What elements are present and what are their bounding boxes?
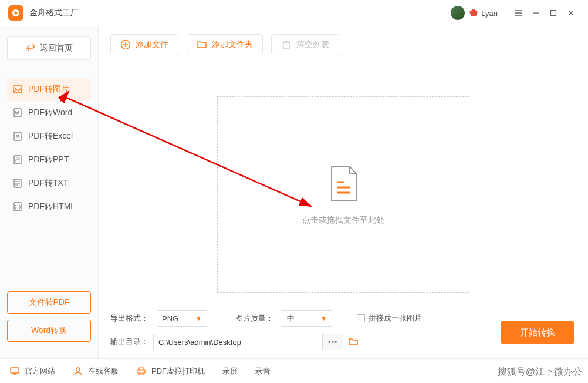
- dropzone[interactable]: 点击或拖拽文件至此处: [217, 96, 469, 293]
- sidebar-item-pdf-to-html[interactable]: PDF转HTML: [7, 195, 91, 219]
- word-icon: [13, 108, 22, 117]
- app-logo-icon: [8, 5, 23, 21]
- titlebar: 金舟格式工厂 Lyan: [0, 0, 588, 26]
- add-file-button[interactable]: 添加文件: [110, 34, 178, 55]
- export-format-value: PNG: [162, 314, 178, 323]
- vip-badge-icon: [468, 8, 479, 18]
- image-quality-label: 图片质量：: [235, 313, 273, 324]
- svg-rect-1: [551, 11, 556, 16]
- footer-label: 录音: [255, 366, 271, 377]
- back-label: 返回首页: [40, 43, 73, 53]
- ppt-icon: [13, 155, 22, 164]
- export-format-select[interactable]: PNG ▼: [157, 310, 207, 327]
- footer-label: PDF虚拟打印机: [151, 366, 205, 377]
- svg-rect-4: [14, 109, 21, 117]
- add-file-label: 添加文件: [136, 39, 168, 50]
- start-convert-button[interactable]: 开始转换: [501, 321, 574, 344]
- headset-icon: [73, 366, 83, 377]
- minimize-button[interactable]: [527, 4, 545, 22]
- sidebar-item-label: PDF转图片: [28, 84, 69, 95]
- document-icon: [326, 163, 361, 204]
- open-folder-icon[interactable]: [348, 337, 359, 347]
- svg-point-3: [15, 88, 17, 89]
- add-folder-button[interactable]: 添加文件夹: [187, 34, 263, 55]
- footer-virtual-printer[interactable]: PDF虚拟打印机: [136, 366, 205, 377]
- app-title: 金舟格式工厂: [29, 8, 79, 18]
- trash-icon: [281, 39, 292, 50]
- excel-icon: [13, 132, 22, 141]
- clear-list-label: 清空列表: [296, 39, 329, 50]
- chevron-down-icon: ▼: [320, 315, 327, 322]
- sidebar: 返回首页 PDF转图片 PDF转Word PDF转Excel PDF转PPT P…: [0, 26, 99, 358]
- txt-icon: [13, 179, 22, 188]
- sidebar-item-label: PDF转Word: [28, 107, 72, 118]
- back-arrow-icon: [26, 43, 35, 53]
- add-folder-label: 添加文件夹: [212, 39, 253, 50]
- image-quality-select[interactable]: 中 ▼: [282, 310, 332, 327]
- file-to-pdf-button[interactable]: 文件转PDF: [7, 291, 91, 314]
- menu-button[interactable]: [509, 4, 527, 22]
- folder-icon: [197, 39, 207, 50]
- merge-label: 拼接成一张图片: [369, 313, 422, 324]
- sidebar-item-pdf-to-ppt[interactable]: PDF转PPT: [7, 148, 91, 172]
- content-area: 添加文件 添加文件夹 清空列表 点击或拖拽文件至此处 导出格式：: [99, 26, 588, 358]
- footer-online-service[interactable]: 在线客服: [73, 366, 119, 377]
- sidebar-item-label: PDF转HTML: [28, 201, 75, 212]
- back-home-button[interactable]: 返回首页: [7, 36, 91, 60]
- clear-list-button[interactable]: 清空列表: [271, 34, 339, 55]
- svg-point-14: [76, 368, 80, 371]
- merge-checkbox[interactable]: 拼接成一张图片: [357, 313, 422, 324]
- browse-button[interactable]: •••: [322, 334, 343, 350]
- maximize-button[interactable]: [545, 4, 562, 22]
- dropzone-hint: 点击或拖拽文件至此处: [302, 215, 384, 226]
- output-dir-label: 输出目录：: [110, 337, 148, 347]
- image-icon: [13, 85, 22, 94]
- footer-label: 在线客服: [88, 366, 119, 377]
- watermark-text: 搜狐号@江下微办公: [498, 366, 582, 378]
- image-quality-value: 中: [287, 313, 295, 324]
- sidebar-item-label: PDF转TXT: [28, 178, 68, 189]
- sidebar-item-pdf-to-excel[interactable]: PDF转Excel: [7, 125, 91, 148]
- footer-audio-record[interactable]: 录音: [255, 366, 271, 377]
- footer-official-site[interactable]: 官方网站: [9, 366, 55, 377]
- sidebar-item-pdf-to-txt[interactable]: PDF转TXT: [7, 172, 91, 195]
- toolbar: 添加文件 添加文件夹 清空列表: [110, 34, 576, 55]
- close-button[interactable]: [562, 4, 580, 22]
- word-convert-button[interactable]: Word转换: [7, 320, 91, 342]
- svg-rect-13: [11, 368, 19, 373]
- output-dir-input[interactable]: [153, 334, 317, 350]
- username-label[interactable]: Lyan: [481, 9, 498, 18]
- printer-icon: [136, 366, 147, 377]
- plus-circle-icon: [120, 39, 131, 50]
- footer-screen-record[interactable]: 录屏: [222, 366, 238, 377]
- footer-label: 官方网站: [25, 366, 55, 377]
- checkbox-box-icon: [357, 314, 365, 322]
- html-icon: [13, 202, 22, 211]
- svg-rect-8: [14, 203, 21, 211]
- sidebar-item-pdf-to-word[interactable]: PDF转Word: [7, 101, 91, 125]
- footer-label: 录屏: [222, 366, 238, 377]
- monitor-icon: [9, 366, 20, 377]
- sidebar-item-label: PDF转PPT: [28, 154, 69, 165]
- sidebar-item-label: PDF转Excel: [28, 131, 73, 142]
- export-format-label: 导出格式：: [110, 313, 148, 324]
- sidebar-item-pdf-to-image[interactable]: PDF转图片: [7, 78, 91, 101]
- chevron-down-icon: ▼: [195, 315, 202, 322]
- user-avatar[interactable]: [451, 6, 465, 20]
